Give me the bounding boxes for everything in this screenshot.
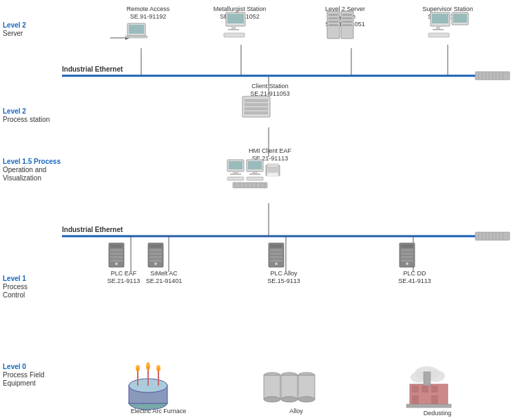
arc-furnace-icon [129, 362, 167, 410]
svg-rect-89 [110, 256, 123, 258]
svg-rect-123 [264, 375, 280, 399]
server-system-icon [327, 11, 353, 39]
svg-rect-54 [433, 29, 444, 30]
svg-rect-107 [401, 244, 413, 248]
svg-rect-109 [401, 253, 413, 255]
svg-rect-39 [228, 29, 239, 30]
svg-rect-138 [412, 395, 419, 405]
svg-rect-44 [329, 21, 338, 23]
svg-rect-139 [431, 395, 438, 405]
svg-rect-61 [245, 107, 268, 110]
svg-rect-104 [270, 260, 282, 262]
svg-rect-90 [110, 260, 123, 262]
svg-rect-48 [342, 17, 352, 19]
svg-rect-96 [149, 256, 162, 258]
svg-rect-37 [227, 14, 244, 23]
svg-rect-67 [227, 177, 244, 180]
svg-rect-55 [428, 33, 449, 37]
svg-rect-76 [233, 182, 267, 188]
svg-rect-86 [110, 244, 123, 248]
plc-dd-icon [400, 243, 415, 267]
svg-point-130 [298, 397, 315, 402]
svg-rect-88 [110, 253, 123, 255]
svg-rect-66 [230, 174, 241, 175]
svg-rect-70 [252, 171, 258, 174]
svg-rect-97 [149, 260, 162, 262]
svg-rect-87 [110, 249, 123, 251]
svg-rect-42 [329, 14, 338, 16]
plc-eaf-icon [109, 243, 124, 267]
svg-rect-69 [248, 161, 262, 169]
svg-rect-34 [129, 25, 144, 34]
svg-rect-43 [329, 17, 338, 19]
svg-rect-45 [329, 24, 338, 26]
svg-rect-101 [270, 249, 282, 251]
svg-point-121 [156, 365, 160, 372]
svg-rect-57 [453, 14, 467, 23]
svg-rect-35 [125, 36, 147, 38]
svg-point-105 [275, 262, 278, 265]
svg-rect-75 [267, 173, 278, 177]
svg-rect-65 [233, 171, 238, 174]
svg-rect-50 [342, 24, 352, 26]
dedusting-icon [406, 366, 451, 408]
svg-rect-53 [436, 26, 440, 29]
simelt-icon [148, 243, 163, 267]
svg-rect-64 [229, 161, 242, 169]
svg-rect-141 [406, 404, 451, 408]
svg-rect-129 [298, 375, 315, 399]
svg-point-124 [264, 397, 280, 402]
svg-point-98 [154, 262, 157, 265]
svg-point-120 [146, 362, 150, 370]
svg-rect-95 [149, 253, 162, 255]
svg-rect-135 [412, 386, 419, 392]
svg-rect-72 [247, 177, 263, 180]
svg-point-127 [281, 397, 298, 402]
svg-rect-40 [224, 33, 245, 37]
alloy-icon [264, 372, 315, 402]
svg-rect-71 [249, 174, 260, 175]
metallurgist-icon [224, 12, 245, 37]
hmi-client-icon [227, 160, 280, 188]
diagram-container: Level 2 Server Level 2 Process station L… [0, 0, 529, 420]
svg-rect-49 [342, 21, 352, 23]
connections-svg [0, 0, 529, 420]
svg-rect-47 [342, 14, 352, 16]
svg-rect-136 [422, 386, 428, 392]
svg-rect-38 [231, 26, 236, 29]
plc-alloy-icon [269, 243, 284, 267]
svg-rect-52 [432, 14, 448, 23]
client-station-icon [242, 96, 270, 117]
supervisor-icon [428, 12, 468, 37]
svg-rect-60 [245, 103, 268, 106]
svg-rect-100 [270, 244, 282, 248]
svg-rect-59 [245, 99, 268, 102]
svg-rect-108 [401, 249, 413, 251]
svg-rect-94 [149, 249, 162, 251]
svg-point-119 [136, 365, 140, 372]
svg-rect-111 [401, 260, 413, 262]
svg-rect-137 [431, 386, 438, 392]
svg-rect-62 [245, 112, 268, 114]
svg-point-112 [406, 262, 408, 265]
remote-access-icon [125, 23, 147, 38]
svg-rect-103 [270, 256, 282, 258]
svg-rect-93 [149, 244, 162, 248]
svg-point-91 [115, 262, 118, 265]
svg-rect-102 [270, 253, 282, 255]
svg-rect-74 [267, 164, 278, 167]
svg-rect-110 [401, 256, 413, 258]
svg-rect-126 [281, 375, 298, 399]
svg-rect-140 [424, 372, 431, 386]
